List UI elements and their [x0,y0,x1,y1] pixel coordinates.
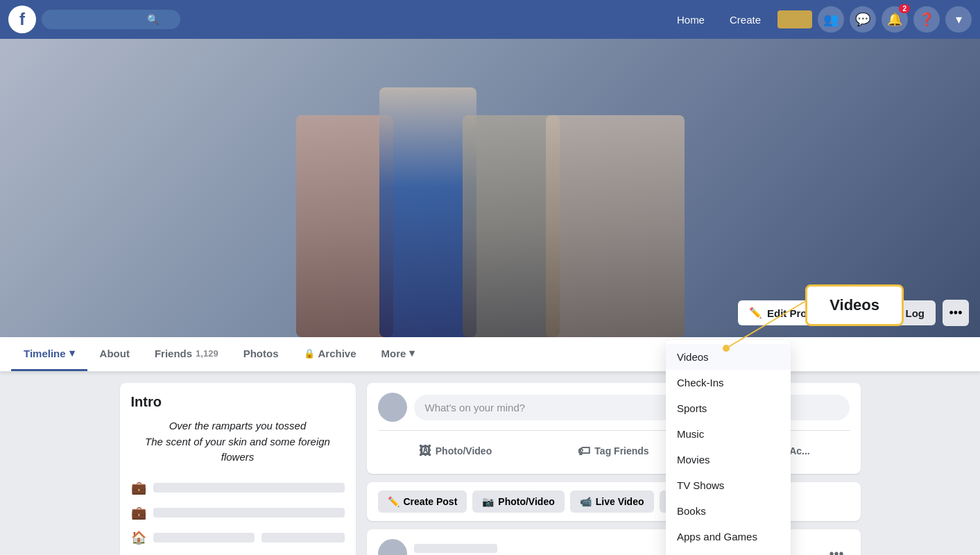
tab-friends[interactable]: Friends 1,129 [142,338,231,371]
work-icon-2: 💼 [131,505,146,520]
help-icon-btn[interactable]: ❓ [913,6,940,33]
lock-icon: 🔒 [304,348,315,359]
camera-icon: 📷 [482,496,494,507]
videos-callout-box: Videos [805,284,904,326]
home-icon: 🏠 [131,530,146,545]
search-input[interactable] [51,14,141,25]
tab-more[interactable]: More ▾ [369,337,428,371]
dropdown-item-tvshows[interactable]: TV Shows [666,472,791,498]
cover-more-button[interactable]: ••• [943,300,969,326]
photo-video-button[interactable]: 🖼 Photo/Video [378,438,533,464]
intro-item-2: 💼 [131,500,345,525]
pencil-icon-post: ✏️ [388,496,399,507]
person-2 [379,87,476,337]
intro-redacted-2 [153,508,345,518]
chevron-down-icon: ▾ [69,347,75,359]
photo-icon: 🖼 [419,444,431,459]
nav-links: Home Create [666,8,772,31]
avatar[interactable] [777,10,812,28]
top-nav: f 🔍 Home Create 👥 💬 🔔 2 ❓ ▾ [0,0,980,39]
pencil-icon: ✏️ [749,307,762,319]
search-bar[interactable]: 🔍 [42,10,180,29]
search-icon[interactable]: 🔍 [147,14,159,25]
profile-tabs-bar: Timeline ▾ About Friends 1,129 Photos 🔒 … [0,337,980,372]
dropdown-item-checkins[interactable]: Check-Ins [666,370,791,395]
nav-create[interactable]: Create [719,8,772,31]
person-3 [463,115,560,337]
notification-badge: 2 [899,4,910,13]
intro-item-4: ❤️ [131,550,345,556]
account-menu-btn[interactable]: ▾ [945,6,972,33]
nav-home[interactable]: Home [666,8,716,31]
work-icon: 💼 [131,480,146,495]
tab-photos[interactable]: Photos [231,338,291,371]
dropdown-item-music[interactable]: Music [666,421,791,447]
messenger-icon-btn[interactable]: 💬 [850,6,876,33]
create-post-button[interactable]: ✏️ Create Post [378,490,467,513]
nav-icons: 👥 💬 🔔 2 ❓ ▾ [777,6,972,33]
tag-icon: 🏷 [578,444,590,459]
tab-about[interactable]: About [87,338,142,371]
live-video-button[interactable]: 📹 Live Video [570,490,654,513]
dropdown-item-apps[interactable]: Apps and Games [666,524,791,549]
photo-video-post-button[interactable]: 📷 Photo/Video [472,490,564,513]
tab-timeline[interactable]: Timeline ▾ [11,337,87,371]
chevron-down-icon-more: ▾ [409,347,415,359]
intro-redacted-3b [261,533,345,543]
dropdown-item-videos[interactable]: Videos [666,344,791,370]
intro-item-3: 🏠 [131,525,345,550]
intro-card: Intro Over the ramparts you tossedThe sc… [120,383,356,555]
intro-item-1: 💼 [131,475,345,500]
person-4 [546,115,685,337]
composer-avatar [378,393,407,422]
dropdown-item-books[interactable]: Books [666,498,791,524]
facebook-logo: f [8,6,36,33]
post-more-button[interactable]: ••• [823,543,849,556]
intro-redacted-3 [153,533,255,543]
dropdown-item-likes[interactable]: Likes [666,549,791,555]
friends-icon-btn[interactable]: 👥 [818,6,844,33]
dropdown-item-sports[interactable]: Sports [666,395,791,421]
live-icon: 📹 [580,496,592,507]
post-name-redacted [414,544,497,553]
tab-more-dropdown: Videos Check-Ins Sports Music Movies TV … [666,340,791,555]
intro-redacted-1 [153,483,345,493]
tab-archive[interactable]: 🔒 Archive [291,338,369,371]
dropdown-item-movies[interactable]: Movies [666,447,791,472]
left-column: Intro Over the ramparts you tossedThe sc… [120,383,356,555]
person-1 [296,115,393,337]
notifications-icon-btn[interactable]: 🔔 2 [882,6,908,33]
intro-bio: Over the ramparts you tossedThe scent of… [131,418,345,466]
post-avatar [378,539,407,555]
intro-title: Intro [131,394,345,410]
